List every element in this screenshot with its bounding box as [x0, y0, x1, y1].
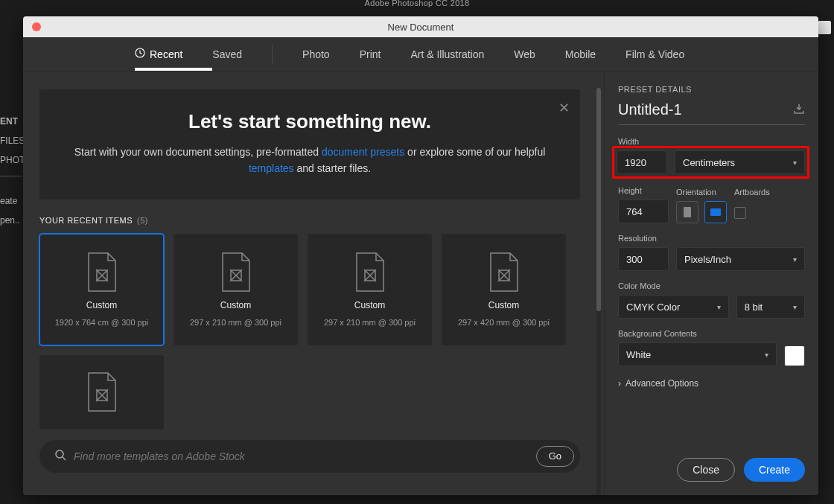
chevron-down-icon: ▾	[793, 303, 797, 311]
landscape-button[interactable]	[704, 201, 727, 223]
card-title: Custom	[488, 300, 519, 310]
preset-card[interactable]	[39, 355, 164, 430]
card-subtitle: 297 x 210 mm @ 300 ppi	[324, 318, 416, 327]
download-preset-icon[interactable]	[793, 103, 805, 116]
chevron-right-icon: ›	[618, 378, 621, 389]
svg-point-6	[56, 450, 63, 458]
app-title: Adobe Photoshop CC 2018	[0, 0, 834, 15]
hero-banner: ✕ Let's start something new. Start with …	[39, 89, 580, 200]
width-label: Width	[618, 137, 805, 146]
tab-photo[interactable]: Photo	[302, 48, 330, 60]
colormode-label: Color Mode	[618, 281, 805, 290]
advanced-options-toggle[interactable]: › Advanced Options	[618, 378, 805, 389]
hero-heading: Let's start something new.	[69, 110, 550, 133]
chevron-down-icon: ▾	[793, 159, 797, 167]
create-button[interactable]: Create	[744, 458, 805, 482]
scrollbar[interactable]	[596, 88, 601, 495]
units-select[interactable]: Centimeters▾	[675, 150, 805, 174]
panel-heading: PRESET DETAILS	[618, 85, 805, 94]
resolution-units-select[interactable]: Pixels/Inch▾	[676, 247, 805, 271]
resolution-input[interactable]	[618, 247, 669, 271]
card-subtitle: 297 x 420 mm @ 300 ppi	[458, 318, 550, 327]
search-input[interactable]	[74, 450, 529, 462]
recent-items-label: YOUR RECENT ITEMS (5)	[39, 216, 580, 225]
background-label: Background Contents	[618, 329, 805, 338]
chevron-down-icon: ▾	[793, 255, 797, 264]
portrait-button[interactable]	[676, 201, 698, 223]
orientation-label: Orientation	[676, 188, 727, 197]
close-icon[interactable]: ✕	[558, 100, 570, 116]
clock-icon	[135, 48, 145, 60]
height-input[interactable]	[618, 200, 669, 223]
preset-grid: Custom 1920 x 764 cm @ 300 ppi Custom 29…	[39, 234, 580, 430]
card-title: Custom	[220, 300, 251, 310]
bitdepth-select[interactable]: 8 bit▾	[736, 295, 805, 319]
preset-card[interactable]: Custom 297 x 210 mm @ 300 ppi	[174, 234, 298, 345]
portrait-icon	[684, 207, 691, 217]
new-document-dialog: New Document Recent Saved Photo Print Ar…	[23, 16, 818, 495]
background-sidebar: ENT FILES PHOT eate pen..	[0, 112, 24, 230]
bg-item: pen..	[0, 211, 24, 230]
background-select[interactable]: White▾	[618, 342, 777, 366]
tab-print[interactable]: Print	[360, 48, 381, 60]
tab-saved[interactable]: Saved	[212, 48, 242, 60]
preset-card[interactable]: Custom 297 x 420 mm @ 300 ppi	[442, 234, 566, 345]
card-subtitle: 297 x 210 mm @ 300 ppi	[190, 318, 281, 327]
document-icon	[488, 252, 521, 293]
height-label: Height	[618, 186, 669, 195]
document-presets-link[interactable]: document presets	[322, 146, 404, 158]
preset-details-panel: PRESET DETAILS Untitled-1 Width Centimet…	[604, 71, 818, 495]
width-input[interactable]	[617, 150, 667, 174]
category-tabs: Recent Saved Photo Print Art & Illustrat…	[23, 37, 818, 71]
tab-art[interactable]: Art & Illustration	[410, 48, 484, 60]
tab-mobile[interactable]: Mobile	[565, 48, 596, 60]
bg-item: eate	[0, 191, 24, 211]
artboards-label: Artboards	[734, 188, 770, 197]
search-bar: Go	[39, 440, 580, 473]
highlight-annotation: Centimeters▾	[612, 146, 809, 179]
bg-item: FILES	[0, 131, 24, 150]
card-title: Custom	[354, 300, 385, 310]
card-subtitle: 1920 x 764 cm @ 300 ppi	[55, 318, 149, 327]
hero-text: Start with your own document settings, p…	[69, 144, 550, 177]
card-title: Custom	[86, 300, 117, 310]
titlebar: New Document	[23, 16, 818, 37]
document-name[interactable]: Untitled-1	[618, 101, 682, 118]
templates-link[interactable]: templates	[249, 162, 294, 174]
chevron-down-icon: ▾	[717, 303, 721, 311]
bg-item: ENT	[0, 112, 24, 131]
avatar[interactable]	[818, 21, 831, 34]
search-icon	[54, 449, 66, 464]
landscape-icon	[710, 208, 721, 216]
tab-film[interactable]: Film & Video	[626, 48, 684, 60]
preset-card[interactable]: Custom 297 x 210 mm @ 300 ppi	[308, 234, 432, 345]
close-button[interactable]: Close	[677, 458, 735, 482]
bg-item: PHOT	[0, 150, 24, 170]
document-icon	[86, 252, 118, 293]
document-icon	[220, 252, 252, 293]
tab-web[interactable]: Web	[514, 48, 535, 60]
background-color-swatch[interactable]	[784, 345, 805, 366]
colormode-select[interactable]: CMYK Color▾	[618, 295, 729, 319]
dialog-title: New Document	[23, 22, 818, 33]
tab-recent[interactable]: Recent	[135, 48, 182, 60]
document-icon	[354, 252, 386, 293]
chevron-down-icon: ▾	[765, 351, 768, 359]
artboards-checkbox[interactable]	[734, 207, 746, 219]
resolution-label: Resolution	[618, 234, 805, 243]
tab-label: Recent	[150, 48, 182, 60]
document-icon	[86, 371, 118, 412]
preset-card[interactable]: Custom 1920 x 764 cm @ 300 ppi	[39, 234, 164, 345]
go-button[interactable]: Go	[536, 446, 574, 467]
